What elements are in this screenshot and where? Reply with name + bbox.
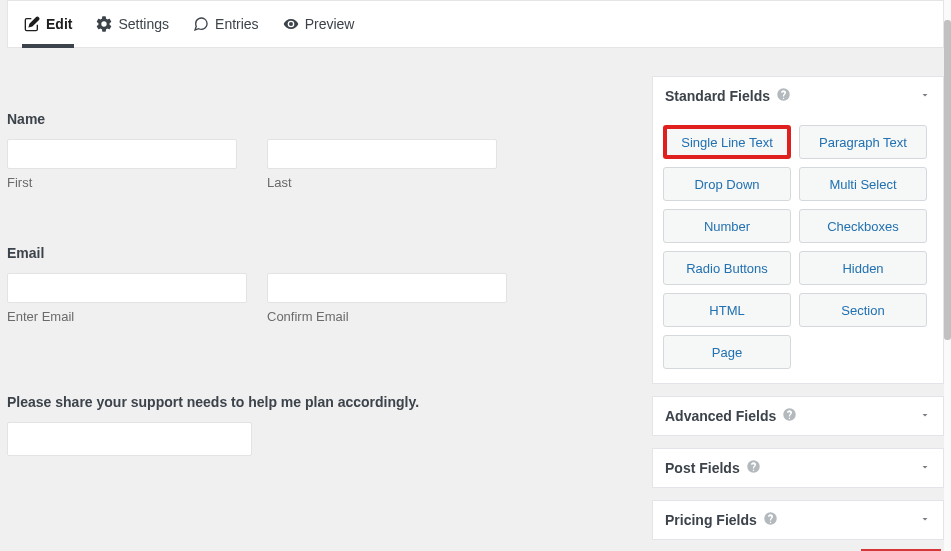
field-btn-label: Section: [841, 303, 884, 318]
sidebar: Standard Fields Single Line Text Paragra…: [652, 56, 944, 551]
field-btn-label: Paragraph Text: [819, 135, 907, 150]
first-sublabel: First: [7, 175, 247, 190]
scroll-thumb[interactable]: [944, 20, 951, 340]
field-btn-multi-select[interactable]: Multi Select: [799, 167, 927, 201]
tab-entries[interactable]: Entries: [193, 1, 259, 47]
panel-title-label: Advanced Fields: [665, 408, 776, 424]
caret-down-icon: [919, 512, 931, 528]
tab-label: Settings: [118, 16, 169, 32]
panel-title-label: Pricing Fields: [665, 512, 757, 528]
field-btn-label: Hidden: [842, 261, 883, 276]
email-field-group[interactable]: Email Enter Email Confirm Email: [7, 245, 636, 324]
form-canvas: Name First Last Email Enter Email: [7, 56, 636, 551]
panel-header-standard[interactable]: Standard Fields: [653, 77, 943, 115]
field-btn-hidden[interactable]: Hidden: [799, 251, 927, 285]
tab-label: Entries: [215, 16, 259, 32]
field-btn-radio-buttons[interactable]: Radio Buttons: [663, 251, 791, 285]
enter-email-sublabel: Enter Email: [7, 309, 247, 324]
vertical-scrollbar[interactable]: [944, 0, 951, 551]
support-field-group[interactable]: Please share your support needs to help …: [7, 394, 636, 456]
first-name-input[interactable]: [7, 139, 237, 169]
field-btn-checkboxes[interactable]: Checkboxes: [799, 209, 927, 243]
help-icon[interactable]: [782, 407, 797, 425]
field-btn-label: Single Line Text: [681, 135, 773, 150]
last-name-input[interactable]: [267, 139, 497, 169]
field-btn-label: HTML: [709, 303, 744, 318]
panel-header-advanced[interactable]: Advanced Fields: [653, 397, 943, 435]
support-label: Please share your support needs to help …: [7, 394, 636, 410]
panel-standard-fields: Standard Fields Single Line Text Paragra…: [652, 76, 944, 384]
name-field-group[interactable]: Name First Last: [7, 111, 636, 190]
field-btn-section[interactable]: Section: [799, 293, 927, 327]
field-btn-single-line-text[interactable]: Single Line Text: [663, 125, 791, 159]
panel-pricing-fields: Pricing Fields: [652, 500, 944, 540]
field-btn-label: Page: [712, 345, 742, 360]
confirm-email-sublabel: Confirm Email: [267, 309, 507, 324]
panel-header-pricing[interactable]: Pricing Fields: [653, 501, 943, 539]
field-btn-label: Number: [704, 219, 750, 234]
enter-email-input[interactable]: [7, 273, 247, 303]
tab-label: Preview: [305, 16, 355, 32]
panel-post-fields: Post Fields: [652, 448, 944, 488]
eye-icon: [283, 16, 299, 32]
gears-icon: [96, 16, 112, 32]
tab-settings[interactable]: Settings: [96, 1, 169, 47]
tab-label: Edit: [46, 16, 72, 32]
caret-down-icon: [919, 408, 931, 424]
field-btn-drop-down[interactable]: Drop Down: [663, 167, 791, 201]
field-btn-html[interactable]: HTML: [663, 293, 791, 327]
field-btn-number[interactable]: Number: [663, 209, 791, 243]
pencil-square-icon: [24, 16, 40, 32]
field-btn-label: Drop Down: [694, 177, 759, 192]
name-label: Name: [7, 111, 636, 127]
field-btn-label: Checkboxes: [827, 219, 899, 234]
field-btn-paragraph-text[interactable]: Paragraph Text: [799, 125, 927, 159]
panel-title-label: Post Fields: [665, 460, 740, 476]
support-input[interactable]: [7, 422, 252, 456]
caret-down-icon: [919, 88, 931, 104]
help-icon[interactable]: [776, 87, 791, 105]
speech-bubble-icon: [193, 16, 209, 32]
panel-title-label: Standard Fields: [665, 88, 770, 104]
last-sublabel: Last: [267, 175, 507, 190]
field-btn-page[interactable]: Page: [663, 335, 791, 369]
confirm-email-input[interactable]: [267, 273, 507, 303]
tab-preview[interactable]: Preview: [283, 1, 355, 47]
email-label: Email: [7, 245, 636, 261]
caret-down-icon: [919, 460, 931, 476]
help-icon[interactable]: [746, 459, 761, 477]
panel-advanced-fields: Advanced Fields: [652, 396, 944, 436]
tab-edit[interactable]: Edit: [24, 1, 72, 47]
help-icon[interactable]: [763, 511, 778, 529]
panel-header-post[interactable]: Post Fields: [653, 449, 943, 487]
field-btn-label: Radio Buttons: [686, 261, 768, 276]
field-btn-label: Multi Select: [829, 177, 896, 192]
top-tab-bar: Edit Settings Entries Preview: [7, 0, 944, 48]
